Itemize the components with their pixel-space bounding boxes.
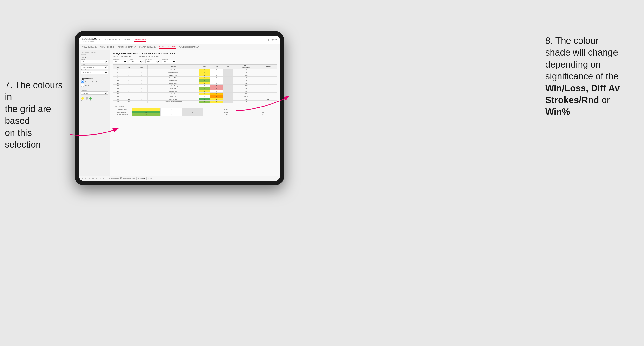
dots-button[interactable]: ··· [99,177,102,179]
player-rank-select[interactable]: 8. Katelyn Vo [81,71,108,74]
col-rounds: Rounds [259,65,277,69]
table-row: 914 Sharon Mun 1 0 0 3.67 3 [113,77,277,79]
ood-row: Foreign Team 1 0 0 4.500 2 [113,108,277,111]
share-button[interactable]: Share [148,178,152,179]
main-content: Last Updated: 27/03/2024 16:55:38 Player… [79,50,280,175]
colour-label-down: Down [81,100,84,101]
timer-button[interactable]: ⏱ [102,177,106,179]
filter-region-label: Region [129,58,144,60]
colour-label-up: Up [90,100,92,101]
colour-by-select[interactable]: Win/loss [81,91,108,95]
table-row: 1611 Jessica Mason 1 2 0 -0.94 [113,93,277,95]
filter-opponent-select[interactable]: (All) [162,60,176,63]
filter-conference-select[interactable]: (All) [146,60,160,63]
toolbar-divider-2 [136,177,136,180]
view-original-button[interactable]: 👁 View: Original [108,178,120,179]
overall-record-label: Overall Record: [113,55,124,57]
cut-button[interactable]: ✂ [95,177,98,179]
watch-button[interactable]: 👁 Watch ▾ [138,177,145,179]
table-row: 311 Esther Lee 1 0 1 1.50 4 [113,69,277,71]
opponent-view-label: Opponent view [81,78,108,79]
table-row: 633 Sydney Kuo 1 0 0 -1.00 [113,74,277,77]
sub-nav-team-h2h-grid[interactable]: TEAM H2H GRID [100,46,114,48]
back-button[interactable]: ↩ [88,177,91,179]
save-icon: 💾 [120,177,122,179]
filter-opponents-label: Opponents: [113,58,127,60]
colour-legend: Down Level Up [81,97,108,101]
nav-right: ›| Sign out [268,39,277,41]
filter-conference-label: Conference [146,58,160,60]
table-row: 1311 Jessica Huang 0 1 0 -3.00 2 [113,85,277,87]
filter-opponent: Opponent (All) [162,58,176,63]
colour-up: Up [89,97,92,101]
redo-button[interactable]: ↪ [84,177,87,179]
nav-items: TOURNAMENTS TEAMS COMMITTEE [104,38,268,42]
ood-row: NCAA Division 2 5 0 0 7.400 10 [113,114,277,116]
view-original-label: View: Original [110,178,120,179]
nav-tournaments[interactable]: TOURNAMENTS [104,38,120,42]
main-data-table: #Div #Reg #Conf Opponent Win Loss Tie Di… [113,64,277,103]
table-row: 20117 Federica Domecq Lacroze 2 1 0 1.33… [113,101,277,103]
grid-title: Katelyn Vo Head-to-Head Grid for Women's… [113,52,277,55]
ood-row: NAIA Division 1 15 0 0 9.267 30 [113,111,277,114]
player-section-title: Player [81,56,108,58]
filter-opponents: Opponents: (All) [113,58,127,63]
sub-nav-player-h2h-grid[interactable]: PLAYER H2H GRID [159,45,176,49]
filter-region-select[interactable]: (All) [129,60,144,63]
colour-down: Down [81,97,84,101]
table-row: 20116 Emily Chang 4 1 0 0.30 11 [113,98,277,101]
table-row: 1112 Heejo Hyun 1 0 0 3.33 3 [113,82,277,85]
gender-select[interactable]: Women's [81,60,108,63]
colour-dot-level [86,97,88,100]
col-tie: Tie [223,65,233,69]
colour-dot-up [89,97,92,100]
table-row: 1063 Andrea York 2 0 0 4.00 4 [113,79,277,82]
sub-nav-team-summary[interactable]: TEAM SUMMARY [82,46,97,48]
division-record: 331 - 34 - 6 [151,55,159,57]
tablet-screen: SCOREBOARD Powered by clippd TOURNAMENTS… [79,36,280,181]
col-div: #Div [113,65,123,69]
col-win: Win [198,65,210,69]
colour-dot-down [81,97,84,100]
logo: SCOREBOARD Powered by clippd [82,38,100,42]
annotation-left: 7. The colours in the grid are based on … [5,79,70,151]
filter-opponents-select[interactable]: (All) [113,60,127,63]
toolbar-divider-3 [146,177,146,180]
filter-region: Region (All) [129,58,144,63]
col-diff: Diff AvStrokes/Rnd [233,65,259,69]
sub-nav-player-summary[interactable]: PLAYER SUMMARY [140,46,156,48]
eye-icon: 👁 [138,178,140,179]
radio-opponents-played[interactable]: Opponents Played [81,80,108,83]
opponent-view-radios: Opponents Played Top 100 [81,80,108,87]
table-row: 522 Alexis Sudjianto 1 0 0 4.00 3 [113,71,277,74]
colour-level: Level [85,97,88,101]
view-icon: 👁 [108,178,110,179]
col-reg: #Reg [123,65,134,69]
table-row: 1474 Eunice Yi 2 2 0 0.38 9 [113,87,277,90]
left-panel: Last Updated: 27/03/2024 16:55:38 Player… [79,50,110,175]
share-label: Share [148,178,152,179]
watch-label: Watch ▾ [140,177,145,179]
save-custom-label: Save Custom View [122,178,135,179]
sub-nav-team-h2h-heatmap[interactable]: TEAM H2H HEATMAP [118,46,136,48]
signout-link[interactable]: Sign out [270,39,277,41]
bottom-toolbar: ↩ ↪ ↩ ⊞ ✂ ··· ⏱ 👁 View: Original 💾 Save … [79,175,280,181]
tablet-frame: SCOREBOARD Powered by clippd TOURNAMENTS… [75,31,284,185]
undo-button[interactable]: ↩ [81,177,84,179]
ood-table: Foreign Team 1 0 0 4.500 2 NAIA Division… [113,108,277,116]
save-custom-button[interactable]: 💾 Save Custom View [120,177,135,179]
sub-nav-player-h2h-heatmap[interactable]: PLAYER H2H HEATMAP [179,46,199,48]
overall-record: 353 - 34 - 6 [124,55,132,57]
radio-top100[interactable]: Top 100 [81,84,108,87]
grid-record: Overall Record: 353 - 34 - 6 Division Re… [113,55,277,57]
signin-icon: ›| [268,39,269,41]
division-select[interactable]: NCAA Division III [81,65,108,69]
filter-opponent-label: Opponent [162,58,176,60]
table-row: 1822 Euna Lee 0 3 0 -5.00 2 [113,95,277,98]
grid-button[interactable]: ⊞ [92,177,94,179]
nav-committee[interactable]: COMMITTEE [134,38,146,42]
colour-label-level: Level [85,100,88,101]
nav-teams[interactable]: TEAMS [123,38,130,42]
sub-nav: TEAM SUMMARY TEAM H2H GRID TEAM H2H HEAT… [79,44,280,50]
col-conf: #Conf [134,65,148,69]
